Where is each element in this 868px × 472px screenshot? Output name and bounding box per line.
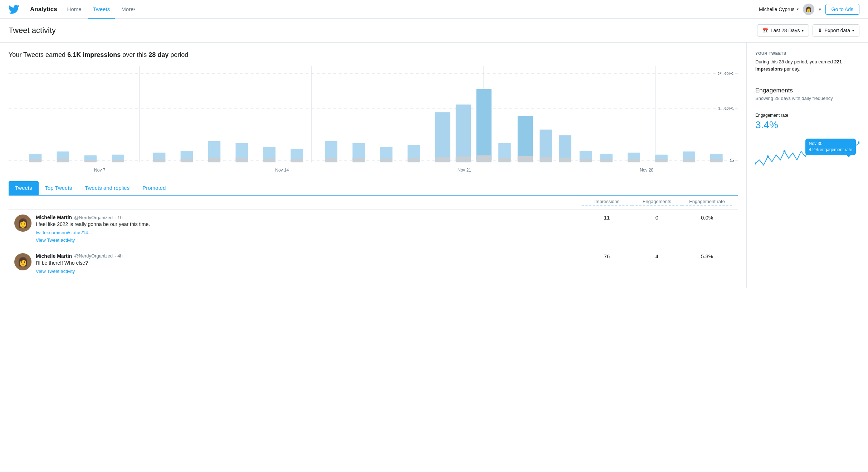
- tweet-time: · 1h: [115, 215, 123, 220]
- svg-rect-45: [263, 158, 275, 162]
- svg-rect-21: [352, 143, 365, 160]
- svg-rect-30: [559, 135, 571, 160]
- engagement-rate-value: 3.4%: [755, 119, 859, 131]
- engagements-title: Engagements: [755, 87, 859, 94]
- impressions-chart: 2.0K 1.0K 5: [9, 66, 738, 166]
- svg-rect-28: [518, 116, 533, 160]
- tweet-text: I'll be there!! Who else?: [36, 260, 582, 267]
- col-header-engagements[interactable]: Engagements: [632, 199, 682, 206]
- user-chevron-icon: ▾: [797, 7, 799, 11]
- export-chevron-icon: ▾: [852, 29, 854, 33]
- download-icon: ⬇: [818, 28, 822, 33]
- tweet-handle: @NerdyOrganized: [74, 215, 113, 220]
- export-data-button[interactable]: ⬇ Export data ▾: [813, 24, 859, 37]
- svg-rect-61: [655, 159, 668, 163]
- svg-point-66: [784, 150, 786, 153]
- metric-impressions: 76: [582, 253, 632, 259]
- tab-top-tweets[interactable]: Top Tweets: [39, 181, 79, 196]
- svg-rect-54: [498, 158, 511, 162]
- avatar-dropdown-icon[interactable]: ▾: [819, 6, 821, 12]
- svg-rect-22: [380, 147, 392, 160]
- svg-point-65: [767, 155, 769, 158]
- svg-rect-38: [57, 158, 69, 162]
- metric-engagement-rate: 0.0%: [682, 215, 732, 221]
- svg-rect-48: [352, 158, 365, 162]
- goto-ads-button[interactable]: Go to Ads: [825, 4, 859, 15]
- nav-tweets[interactable]: Tweets: [88, 0, 115, 19]
- x-label-nov14: Nov 14: [191, 168, 374, 173]
- date-range-button[interactable]: 📅 Last 28 Days ▾: [757, 24, 809, 37]
- tweet-content: Michelle Martin @NerdyOrganized · 4h I'l…: [36, 253, 582, 274]
- svg-rect-41: [153, 159, 166, 163]
- header: Analytics Home Tweets More ▾ Michelle Cy…: [0, 0, 868, 19]
- svg-text:5: 5: [730, 158, 735, 163]
- svg-text:1.0K: 1.0K: [717, 106, 735, 111]
- svg-text:2.0K: 2.0K: [717, 71, 735, 76]
- avatar-emoji: 👩: [805, 6, 811, 12]
- tweet-name: Michelle Martin: [36, 215, 72, 220]
- svg-rect-50: [408, 158, 420, 162]
- svg-rect-47: [325, 158, 337, 162]
- calendar-icon: 📅: [762, 28, 769, 33]
- svg-rect-53: [476, 155, 491, 162]
- your-tweets-desc: During this 28 day period, you earned 22…: [755, 58, 859, 72]
- svg-rect-16: [208, 141, 221, 160]
- tweet-metrics: 11 0 0.0%: [582, 215, 732, 221]
- svg-rect-57: [559, 158, 571, 162]
- svg-rect-42: [181, 159, 193, 163]
- app-logo: [9, 4, 19, 15]
- svg-rect-43: [208, 158, 221, 162]
- sparkline-tooltip: Nov 30 4.2% engagement rate: [805, 139, 856, 155]
- tweet-handle: @NerdyOrganized: [74, 253, 113, 259]
- svg-rect-25: [456, 105, 471, 160]
- col-header-impressions[interactable]: Impressions: [582, 199, 632, 206]
- svg-rect-63: [710, 159, 723, 163]
- svg-rect-52: [456, 156, 471, 162]
- page-title: Tweet activity: [9, 26, 56, 35]
- metric-engagement-rate: 5.3%: [682, 253, 732, 259]
- sub-header-actions: 📅 Last 28 Days ▾ ⬇ Export data ▾: [757, 24, 859, 37]
- metric-engagements: 4: [632, 253, 682, 259]
- sub-header: Tweet activity 📅 Last 28 Days ▾ ⬇ Export…: [0, 19, 868, 43]
- tweet-link[interactable]: twitter.com/cnni/status/14...: [36, 230, 92, 235]
- x-label-nov7: Nov 7: [9, 168, 191, 173]
- view-tweet-activity-link[interactable]: View Tweet activity: [36, 269, 582, 274]
- tab-tweets-replies[interactable]: Tweets and replies: [78, 181, 136, 196]
- svg-rect-59: [600, 159, 613, 163]
- engagement-rate-label: Engagement rate: [755, 113, 859, 118]
- avatar[interactable]: 👩: [803, 4, 814, 15]
- divider: [755, 81, 859, 81]
- tweet-name: Michelle Martin: [36, 253, 72, 259]
- tweets-tabs: Tweets Top Tweets Tweets and replies Pro…: [9, 181, 738, 196]
- svg-rect-26: [476, 89, 491, 160]
- sparkline-chart: Nov 30 4.2% engagement rate: [755, 135, 859, 178]
- nav-more[interactable]: More ▾: [116, 0, 140, 19]
- table-row: 👩 Michelle Martin @NerdyOrganized · 1h I…: [9, 209, 738, 248]
- nav-home[interactable]: Home: [62, 0, 87, 19]
- tooltip-value: 4.2% engagement rate: [809, 147, 852, 153]
- svg-rect-46: [291, 159, 303, 163]
- tweet-text: I feel like 2022 is really gonna be our …: [36, 221, 582, 228]
- tweet-metrics: 76 4 5.3%: [582, 253, 732, 259]
- svg-rect-51: [435, 157, 450, 162]
- engagements-subtitle: Showing 28 days with daily frequency: [755, 96, 859, 101]
- impressions-chart-container: 2.0K 1.0K 5: [9, 66, 738, 173]
- main-nav: Home Tweets More ▾: [62, 0, 759, 19]
- view-tweet-activity-link[interactable]: View Tweet activity: [36, 237, 582, 243]
- svg-rect-60: [628, 159, 640, 163]
- your-tweets-label: YOUR TWEETS: [755, 51, 859, 56]
- header-right: Michelle Cyprus ▾ 👩 ▾ Go to Ads: [759, 4, 859, 15]
- col-header-engagement-rate[interactable]: Engagement rate: [682, 199, 732, 206]
- svg-rect-18: [263, 147, 275, 160]
- x-label-nov21: Nov 21: [373, 168, 556, 173]
- svg-rect-39: [84, 160, 97, 162]
- svg-rect-56: [540, 157, 552, 162]
- metric-engagements: 0: [632, 215, 682, 221]
- svg-rect-19: [291, 149, 303, 160]
- tab-promoted[interactable]: Promoted: [136, 181, 172, 196]
- svg-rect-58: [580, 159, 592, 163]
- user-menu[interactable]: Michelle Cyprus ▾: [759, 6, 799, 12]
- tab-tweets[interactable]: Tweets: [9, 181, 39, 196]
- username: Michelle Cyprus: [759, 6, 795, 12]
- engagements-section: Engagements Showing 28 days with daily f…: [755, 87, 859, 178]
